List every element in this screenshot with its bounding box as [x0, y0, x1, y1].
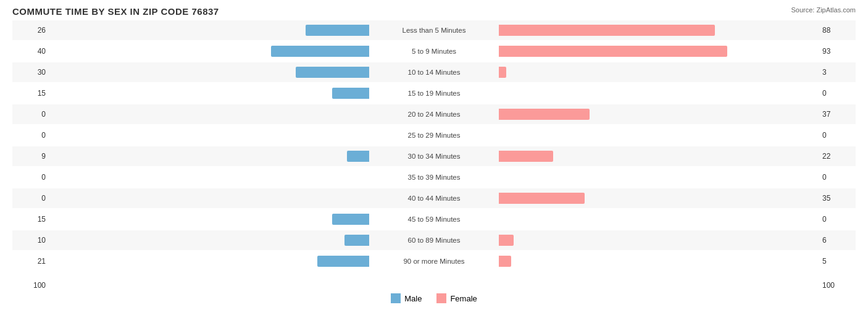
- bars-wrap: 45 to 59 Minutes: [49, 209, 819, 229]
- chart-row: 15 45 to 59 Minutes 0: [12, 209, 856, 229]
- female-bar: [499, 25, 715, 36]
- male-value: 15: [12, 89, 49, 98]
- legend: Male Female: [12, 293, 856, 303]
- female-legend-label: Female: [450, 294, 477, 303]
- female-bar-wrap: [434, 87, 819, 99]
- female-legend-box: [436, 293, 446, 303]
- female-bar-wrap: [434, 24, 819, 36]
- bars-wrap: 90 or more Minutes: [49, 251, 819, 271]
- male-value: 0: [12, 173, 49, 182]
- male-bar-wrap: [49, 171, 434, 183]
- chart-row: 10 60 to 89 Minutes 6: [12, 230, 856, 250]
- male-value: 40: [12, 47, 49, 56]
- chart-row: 0 35 to 39 Minutes 0: [12, 167, 856, 187]
- female-bar-wrap: [434, 192, 819, 204]
- chart-row: 21 90 or more Minutes 5: [12, 251, 856, 271]
- male-value: 0: [12, 131, 49, 140]
- female-bar-wrap: [434, 234, 819, 246]
- bars-wrap: 25 to 29 Minutes: [49, 125, 819, 145]
- male-bar-wrap: [49, 234, 434, 246]
- male-bar-wrap: [49, 255, 434, 267]
- male-value: 21: [12, 257, 49, 266]
- female-bar-wrap: [434, 255, 819, 267]
- female-bar: [499, 109, 590, 120]
- bars-wrap: 40 to 44 Minutes: [49, 188, 819, 208]
- axis-labels: 100 100: [12, 281, 856, 290]
- female-value: 0: [819, 215, 856, 224]
- female-value: 88: [819, 26, 856, 35]
- male-bar: [317, 256, 369, 267]
- male-bar-wrap: [49, 45, 434, 57]
- male-legend-box: [391, 293, 401, 303]
- male-bar-wrap: [49, 129, 434, 141]
- female-value: 0: [819, 131, 856, 140]
- male-bar-wrap: [49, 150, 434, 162]
- female-bar: [499, 193, 585, 204]
- bar-section: 20 to 24 Minutes: [49, 104, 819, 124]
- axis-left: 100: [12, 281, 49, 290]
- male-bar: [296, 67, 369, 78]
- male-bar-wrap: [49, 24, 434, 36]
- bars-wrap: 20 to 24 Minutes: [49, 104, 819, 124]
- male-value: 15: [12, 215, 49, 224]
- chart-row: 0 40 to 44 Minutes 35: [12, 188, 856, 208]
- chart-row: 0 25 to 29 Minutes 0: [12, 125, 856, 145]
- bar-section: 60 to 89 Minutes: [49, 230, 819, 250]
- male-bar: [347, 151, 369, 162]
- female-bar-wrap: [434, 129, 819, 141]
- legend-female: Female: [436, 293, 477, 303]
- male-bar: [306, 25, 369, 36]
- bars-wrap: 15 to 19 Minutes: [49, 83, 819, 103]
- bar-section: 30 to 34 Minutes: [49, 146, 819, 166]
- female-bar: [499, 67, 506, 78]
- chart-row: 26 Less than 5 Minutes 88: [12, 20, 856, 40]
- bar-section: 40 to 44 Minutes: [49, 188, 819, 208]
- bars-wrap: 60 to 89 Minutes: [49, 230, 819, 250]
- bars-wrap: 35 to 39 Minutes: [49, 167, 819, 187]
- chart-title: COMMUTE TIME BY SEX IN ZIP CODE 76837: [12, 6, 856, 17]
- chart-area: 26 Less than 5 Minutes 88 40 5 to 9 Minu…: [12, 20, 856, 280]
- female-value: 0: [819, 89, 856, 98]
- male-legend-label: Male: [404, 294, 422, 303]
- male-bar-wrap: [49, 87, 434, 99]
- male-value: 9: [12, 152, 49, 161]
- male-bar: [344, 235, 369, 246]
- female-bar: [499, 256, 511, 267]
- female-bar-wrap: [434, 150, 819, 162]
- male-bar-wrap: [49, 192, 434, 204]
- female-value: 5: [819, 257, 856, 266]
- female-value: 6: [819, 236, 856, 245]
- male-bar-wrap: [49, 108, 434, 120]
- male-value: 26: [12, 26, 49, 35]
- female-bar: [499, 46, 727, 57]
- chart-row: 15 15 to 19 Minutes 0: [12, 83, 856, 103]
- female-bar-wrap: [434, 171, 819, 183]
- chart-row: 40 5 to 9 Minutes 93: [12, 41, 856, 61]
- male-value: 0: [12, 194, 49, 203]
- bar-section: 5 to 9 Minutes: [49, 41, 819, 61]
- chart-row: 30 10 to 14 Minutes 3: [12, 62, 856, 82]
- axis-right: 100: [819, 281, 856, 290]
- male-bar: [271, 46, 369, 57]
- bar-section: 10 to 14 Minutes: [49, 62, 819, 82]
- male-bar-wrap: [49, 66, 434, 78]
- female-value: 37: [819, 110, 856, 119]
- bars-wrap: 5 to 9 Minutes: [49, 41, 819, 61]
- bar-section: 90 or more Minutes: [49, 251, 819, 271]
- female-bar-wrap: [434, 45, 819, 57]
- male-value: 0: [12, 110, 49, 119]
- male-bar: [332, 214, 369, 225]
- chart-container: COMMUTE TIME BY SEX IN ZIP CODE 76837 So…: [0, 0, 868, 323]
- bar-section: 15 to 19 Minutes: [49, 83, 819, 103]
- male-value: 30: [12, 68, 49, 77]
- female-bar-wrap: [434, 66, 819, 78]
- female-bar-wrap: [434, 213, 819, 225]
- male-value: 10: [12, 236, 49, 245]
- bar-section: 35 to 39 Minutes: [49, 167, 819, 187]
- bars-wrap: 30 to 34 Minutes: [49, 146, 819, 166]
- chart-row: 9 30 to 34 Minutes 22: [12, 146, 856, 166]
- bars-wrap: 10 to 14 Minutes: [49, 62, 819, 82]
- female-value: 93: [819, 47, 856, 56]
- bars-wrap: Less than 5 Minutes: [49, 20, 819, 40]
- legend-male: Male: [391, 293, 422, 303]
